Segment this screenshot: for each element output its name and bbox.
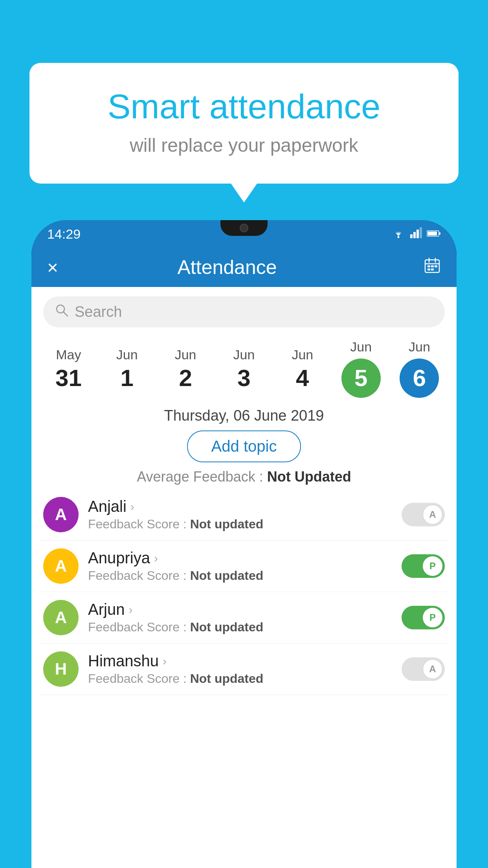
list-item: H Himanshu › Feedback Score : Not update… bbox=[39, 644, 449, 695]
student-name[interactable]: Anupriya › bbox=[88, 549, 392, 567]
calendar-day-jun1[interactable]: Jun 1 bbox=[103, 347, 150, 390]
student-list: A Anjali › Feedback Score : Not updated … bbox=[31, 489, 457, 695]
battery-icon bbox=[427, 228, 441, 240]
calendar-day-jun5[interactable]: Jun 5 bbox=[338, 339, 385, 398]
student-feedback: Feedback Score : Not updated bbox=[88, 517, 392, 531]
wifi-icon bbox=[391, 227, 405, 241]
close-button[interactable]: × bbox=[47, 257, 58, 278]
attendance-toggle[interactable]: P bbox=[402, 606, 445, 629]
student-name[interactable]: Arjun › bbox=[88, 601, 392, 618]
calendar-day-jun4[interactable]: Jun 4 bbox=[279, 347, 326, 390]
student-feedback: Feedback Score : Not updated bbox=[88, 568, 392, 583]
camera bbox=[240, 224, 248, 232]
avatar: A bbox=[43, 548, 79, 584]
phone-content: Search May 31 Jun 1 Jun 2 Jun 3 bbox=[31, 287, 457, 868]
calendar-day-jun6[interactable]: Jun 6 bbox=[396, 339, 443, 398]
chevron-right-icon: › bbox=[130, 500, 134, 513]
student-name[interactable]: Anjali › bbox=[88, 498, 392, 515]
svg-rect-16 bbox=[431, 268, 434, 270]
svg-rect-13 bbox=[431, 265, 434, 267]
phone-frame: 14:29 bbox=[31, 220, 457, 868]
notch bbox=[220, 220, 268, 236]
svg-point-17 bbox=[57, 305, 64, 313]
app-bar: × Attendance bbox=[31, 248, 457, 287]
avatar: A bbox=[43, 497, 79, 532]
student-feedback: Feedback Score : Not updated bbox=[88, 620, 392, 634]
svg-rect-2 bbox=[413, 232, 416, 238]
status-time: 14:29 bbox=[47, 226, 81, 242]
chevron-right-icon: › bbox=[128, 603, 132, 616]
svg-rect-4 bbox=[420, 227, 422, 238]
status-icons bbox=[391, 227, 441, 241]
attendance-toggle[interactable]: A bbox=[402, 657, 445, 681]
speech-bubble-title: Smart attendance bbox=[61, 86, 427, 127]
attendance-toggle[interactable]: P bbox=[402, 554, 445, 578]
add-topic-button[interactable]: Add topic bbox=[187, 430, 301, 462]
svg-rect-3 bbox=[416, 230, 419, 238]
student-info: Himanshu › Feedback Score : Not updated bbox=[88, 652, 392, 686]
average-feedback: Average Feedback : Not Updated bbox=[31, 469, 457, 485]
search-placeholder: Search bbox=[75, 303, 122, 320]
calendar-day-jun2[interactable]: Jun 2 bbox=[162, 347, 209, 390]
svg-rect-14 bbox=[435, 265, 437, 267]
svg-rect-12 bbox=[427, 265, 430, 267]
signal-icon bbox=[410, 227, 422, 241]
avatar: A bbox=[43, 600, 79, 635]
student-info: Anjali › Feedback Score : Not updated bbox=[88, 498, 392, 531]
list-item: A Anjali › Feedback Score : Not updated … bbox=[39, 489, 449, 541]
calendar-button[interactable] bbox=[424, 257, 441, 278]
svg-rect-7 bbox=[427, 232, 437, 235]
chevron-right-icon: › bbox=[163, 655, 167, 668]
avatar: H bbox=[43, 651, 79, 687]
list-item: A Arjun › Feedback Score : Not updated P bbox=[39, 592, 449, 644]
status-bar: 14:29 bbox=[31, 220, 457, 248]
app-title: Attendance bbox=[70, 256, 384, 279]
svg-rect-15 bbox=[427, 268, 430, 270]
speech-bubble-subtitle: will replace your paperwork bbox=[61, 134, 427, 156]
search-icon bbox=[55, 303, 68, 320]
chevron-right-icon: › bbox=[154, 552, 158, 565]
calendar-day-jun3[interactable]: Jun 3 bbox=[220, 347, 268, 390]
svg-rect-1 bbox=[410, 234, 413, 238]
svg-rect-6 bbox=[439, 232, 440, 235]
selected-date-label: Thursday, 06 June 2019 bbox=[31, 407, 457, 424]
svg-point-0 bbox=[398, 236, 400, 238]
student-info: Anupriya › Feedback Score : Not updated bbox=[88, 549, 392, 583]
calendar-day-may31[interactable]: May 31 bbox=[45, 347, 92, 390]
student-name[interactable]: Himanshu › bbox=[88, 652, 392, 670]
list-item: A Anupriya › Feedback Score : Not update… bbox=[39, 541, 449, 592]
calendar-row: May 31 Jun 1 Jun 2 Jun 3 Jun 4 bbox=[31, 331, 457, 398]
attendance-toggle[interactable]: A bbox=[402, 503, 445, 526]
student-info: Arjun › Feedback Score : Not updated bbox=[88, 601, 392, 634]
svg-line-18 bbox=[64, 312, 68, 316]
search-bar[interactable]: Search bbox=[43, 296, 445, 327]
speech-bubble: Smart attendance will replace your paper… bbox=[29, 63, 459, 184]
student-feedback: Feedback Score : Not updated bbox=[88, 671, 392, 686]
